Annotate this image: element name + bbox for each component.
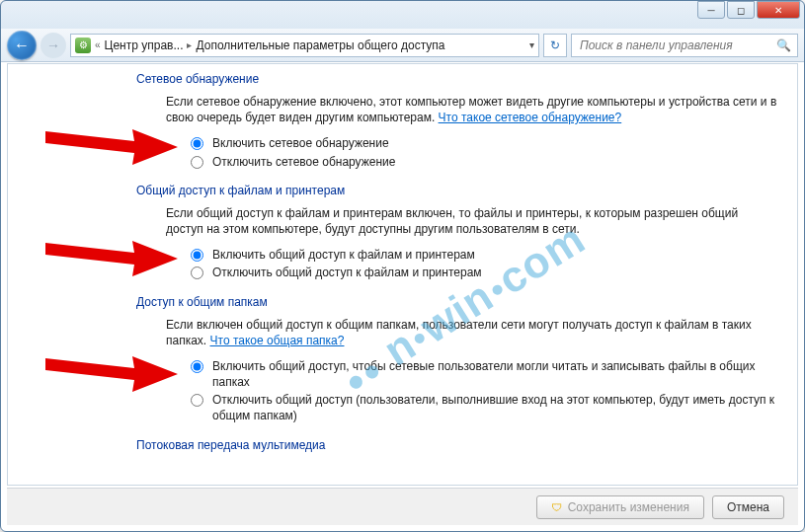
annotation-arrow: [45, 235, 179, 280]
radio-label: Отключить сетевое обнаружение: [212, 154, 395, 170]
search-icon: 🔍: [776, 38, 791, 52]
control-panel-icon: ⚙: [75, 38, 91, 53]
maximize-button[interactable]: ◻: [727, 1, 755, 19]
content-area: Сетевое обнаружение Если сетевое обнаруж…: [7, 63, 798, 486]
section-network-discovery: Сетевое обнаружение Если сетевое обнаруж…: [136, 72, 777, 170]
svg-marker-0: [45, 129, 178, 165]
section-title: Общий доступ к файлам и принтерам: [136, 184, 777, 197]
nav-back-button[interactable]: ←: [7, 31, 37, 60]
section-description: Если общий доступ к файлам и принтерам в…: [166, 205, 777, 237]
content-scroll[interactable]: Сетевое обнаружение Если сетевое обнаруж…: [8, 64, 797, 485]
close-button[interactable]: ✕: [757, 1, 800, 19]
titlebar: ─ ◻ ✕: [1, 1, 804, 29]
navbar: ← → ⚙ « Центр управ... ▸ Дополнительные …: [1, 29, 804, 62]
section-title: Доступ к общим папкам: [136, 295, 777, 309]
button-label: Отмена: [727, 500, 769, 514]
radio-label: Отключить общий доступ (пользователи, вы…: [212, 392, 777, 423]
breadcrumb-segment-1[interactable]: Центр управ...: [105, 38, 184, 52]
button-bar: 🛡 Сохранить изменения Отмена: [7, 488, 798, 525]
radio-label: Включить общий доступ к файлам и принтер…: [212, 247, 475, 263]
radio-enable-file-sharing[interactable]: [191, 249, 203, 262]
section-public-folder-sharing: Доступ к общим папкам Если включен общий…: [136, 295, 777, 424]
section-title: Потоковая передача мультимедиа: [136, 438, 777, 452]
radio-label: Включить сетевое обнаружение: [212, 135, 389, 151]
search-input[interactable]: [578, 38, 770, 53]
link-what-is-public-folder[interactable]: Что такое общая папка?: [210, 334, 345, 347]
chevron-left-icon: «: [95, 39, 101, 50]
link-what-is-network-discovery[interactable]: Что такое сетевое обнаружение?: [439, 111, 622, 124]
arrow-right-icon: →: [46, 38, 60, 53]
chevron-right-icon: ▸: [187, 39, 192, 50]
cancel-button[interactable]: Отмена: [712, 495, 784, 519]
save-button[interactable]: 🛡 Сохранить изменения: [536, 495, 704, 519]
radio-label: Отключить общий доступ к файлам и принте…: [212, 265, 482, 280]
arrow-left-icon: ←: [14, 37, 30, 54]
annotation-arrow: [45, 350, 179, 396]
annotation-arrow: [45, 123, 179, 169]
section-description: Если включен общий доступ к общим папкам…: [166, 317, 777, 348]
window-frame: ─ ◻ ✕ ← → ⚙ « Центр управ... ▸ Дополните…: [0, 0, 805, 532]
shield-icon: 🛡: [551, 501, 562, 513]
radio-disable-public-folder[interactable]: [191, 394, 203, 407]
section-file-printer-sharing: Общий доступ к файлам и принтерам Если о…: [136, 184, 777, 281]
address-bar[interactable]: ⚙ « Центр управ... ▸ Дополнительные пара…: [70, 34, 539, 57]
radio-label: Включить общий доступ, чтобы сетевые пол…: [212, 358, 777, 390]
search-box[interactable]: 🔍: [571, 34, 798, 57]
radio-disable-file-sharing[interactable]: [191, 266, 203, 279]
nav-forward-button[interactable]: →: [40, 33, 66, 58]
button-label: Сохранить изменения: [568, 500, 689, 514]
radio-enable-public-folder[interactable]: [191, 360, 203, 373]
minimize-button[interactable]: ─: [697, 1, 725, 19]
svg-marker-1: [45, 241, 178, 276]
breadcrumb-segment-2[interactable]: Дополнительные параметры общего доступа: [196, 38, 444, 52]
svg-marker-2: [45, 356, 178, 392]
section-description: Если сетевое обнаружение включено, этот …: [166, 94, 777, 125]
address-dropdown-icon[interactable]: ▾: [529, 39, 534, 50]
section-title: Сетевое обнаружение: [136, 72, 777, 86]
refresh-icon: ↻: [550, 38, 560, 52]
refresh-button[interactable]: ↻: [543, 34, 567, 57]
radio-enable-network-discovery[interactable]: [191, 137, 203, 150]
section-media-streaming: Потоковая передача мультимедиа: [136, 438, 777, 452]
radio-disable-network-discovery[interactable]: [191, 156, 203, 169]
